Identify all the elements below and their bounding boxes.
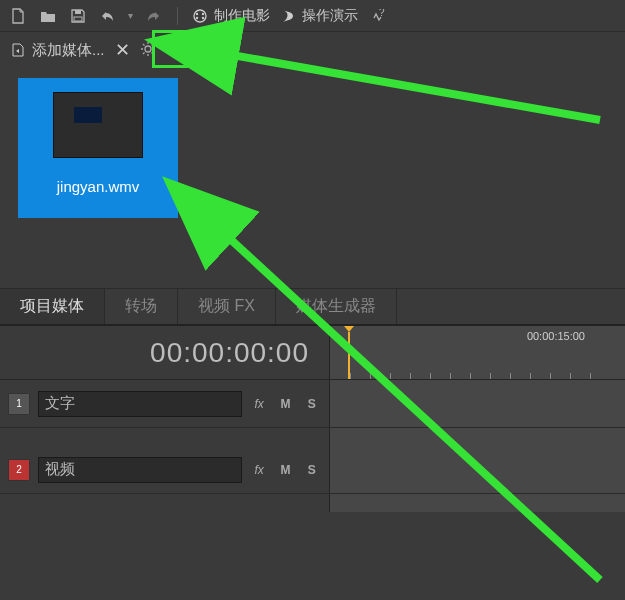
media-area: jingyan.wmv bbox=[0, 68, 625, 288]
add-media-button[interactable]: 添加媒体... bbox=[10, 41, 105, 60]
settings-gear-icon[interactable] bbox=[140, 41, 156, 60]
track-fx-button[interactable]: fx bbox=[250, 394, 268, 414]
svg-rect-0 bbox=[75, 10, 81, 14]
tab-project-media[interactable]: 项目媒体 bbox=[0, 289, 105, 324]
tab-transitions[interactable]: 转场 bbox=[105, 289, 178, 324]
timecode-display[interactable]: 00:00:00:00 bbox=[150, 337, 309, 369]
svg-point-5 bbox=[196, 16, 198, 18]
undo-icon[interactable] bbox=[98, 6, 118, 26]
svg-point-6 bbox=[202, 16, 204, 18]
help-icon[interactable]: ? bbox=[368, 6, 388, 26]
svg-point-8 bbox=[145, 46, 151, 52]
track-mute-button[interactable]: M bbox=[276, 460, 294, 480]
track-body[interactable] bbox=[330, 446, 625, 493]
track-solo-button[interactable]: S bbox=[303, 460, 321, 480]
track-number[interactable]: 1 bbox=[8, 393, 30, 415]
track-body[interactable] bbox=[330, 380, 625, 427]
redo-icon[interactable] bbox=[143, 6, 163, 26]
add-media-label: 添加媒体... bbox=[32, 41, 105, 60]
panel-header: 添加媒体... ✕ bbox=[0, 32, 625, 68]
track-number[interactable]: 2 bbox=[8, 459, 30, 481]
svg-text:?: ? bbox=[379, 9, 385, 18]
svg-point-4 bbox=[202, 12, 204, 14]
main-toolbar: ▾ 制作电影 操作演示 ? bbox=[0, 0, 625, 32]
media-filename: jingyan.wmv bbox=[57, 178, 140, 195]
ruler-label: 00:00:15:00 bbox=[527, 330, 585, 342]
timeline-area: 00:00:00:00 00:00:15:00 1 fx M S bbox=[0, 324, 625, 512]
open-folder-icon[interactable] bbox=[38, 6, 58, 26]
demo-button[interactable]: 操作演示 bbox=[280, 7, 358, 25]
tab-media-generators[interactable]: 媒体生成器 bbox=[276, 289, 397, 324]
track-name-input[interactable] bbox=[38, 457, 242, 483]
svg-rect-1 bbox=[74, 17, 82, 21]
toolbar-separator bbox=[177, 7, 178, 25]
tab-video-fx[interactable]: 视频 FX bbox=[178, 289, 276, 324]
track-row: 2 fx M S bbox=[0, 446, 625, 494]
track-mute-button[interactable]: M bbox=[276, 394, 294, 414]
make-movie-button[interactable]: 制作电影 bbox=[192, 7, 270, 25]
track-solo-button[interactable]: S bbox=[303, 394, 321, 414]
save-icon[interactable] bbox=[68, 6, 88, 26]
media-item[interactable]: jingyan.wmv bbox=[18, 78, 178, 218]
track-row: 1 fx M S bbox=[0, 380, 625, 428]
media-thumbnail bbox=[53, 92, 143, 158]
time-ruler[interactable]: 00:00:15:00 bbox=[330, 326, 625, 379]
track-header: 1 fx M S bbox=[0, 380, 330, 427]
track-name-input[interactable] bbox=[38, 391, 242, 417]
timecode-row: 00:00:00:00 00:00:15:00 bbox=[0, 326, 625, 380]
make-movie-label: 制作电影 bbox=[214, 7, 270, 25]
close-icon[interactable]: ✕ bbox=[115, 39, 130, 61]
svg-point-2 bbox=[194, 10, 206, 22]
svg-point-3 bbox=[196, 12, 198, 14]
new-file-icon[interactable] bbox=[8, 6, 28, 26]
track-header: 2 fx M S bbox=[0, 446, 330, 493]
track-fx-button[interactable]: fx bbox=[250, 460, 268, 480]
panel-tabs: 项目媒体 转场 视频 FX 媒体生成器 bbox=[0, 288, 625, 324]
demo-label: 操作演示 bbox=[302, 7, 358, 25]
